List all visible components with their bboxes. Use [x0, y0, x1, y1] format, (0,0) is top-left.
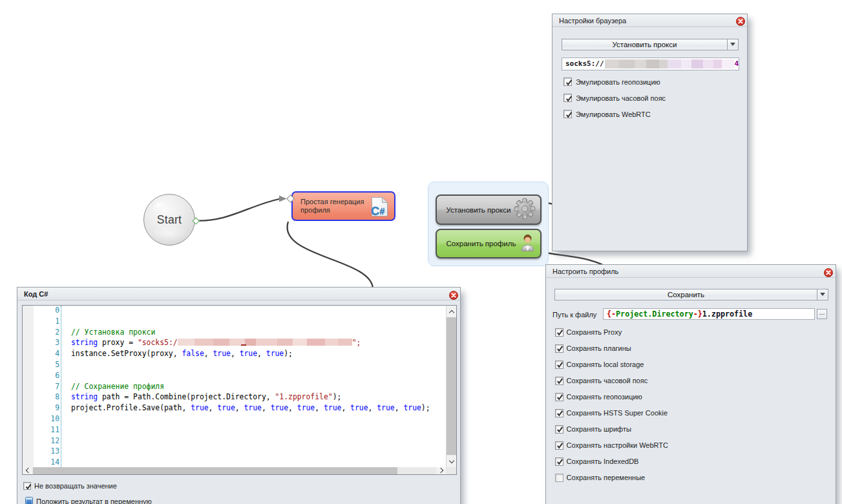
checkbox-checked[interactable]: [555, 328, 563, 337]
checkbox-checked[interactable]: [563, 94, 572, 102]
checkbox-row[interactable]: Сохранять плагины: [555, 344, 631, 353]
flow-button-save-profile-label: Сохранить профиль: [447, 240, 516, 247]
panel-code-titlebar[interactable]: Код C#: [17, 288, 460, 300]
checkbox-label: Сохранять геопозицию: [567, 393, 642, 401]
macro-name-text: Project.Directory: [616, 310, 693, 319]
code-line: 6: [23, 370, 446, 381]
panel-profile-titlebar[interactable]: Настроить профиль: [546, 265, 836, 278]
line-number: 13: [23, 446, 59, 457]
close-icon[interactable]: [449, 291, 458, 300]
checkbox-row[interactable]: Сохранять local storage: [555, 361, 644, 369]
line-number: 8: [23, 392, 59, 403]
code-line: 2// Установка прокси: [23, 327, 446, 338]
panel-code-editor: Код C# 012// Установка прокси3string pro…: [17, 287, 461, 504]
checkbox-checked[interactable]: [555, 409, 563, 417]
vertical-scroll-thumb[interactable]: [447, 317, 456, 455]
code-line: 9project.Profile.Save(path, true, true, …: [23, 403, 446, 414]
svg-text:C: C: [371, 205, 379, 217]
checkbox-checked[interactable]: [555, 393, 563, 401]
scroll-left-button[interactable]: [23, 467, 32, 475]
checkbox-row[interactable]: Сохранять шрифты: [555, 425, 631, 434]
save-profile-dropdown-button[interactable]: Сохранить: [554, 289, 828, 300]
checkbox-row[interactable]: Эмулировать WebRTC: [563, 110, 651, 118]
code-lines[interactable]: 012// Установка прокси3string proxy = "s…: [23, 305, 446, 467]
no-return-label: Не возвращать значение: [34, 482, 117, 490]
close-icon[interactable]: [736, 17, 745, 26]
line-number: 10: [23, 414, 59, 425]
csharp-file-icon: C #: [371, 196, 388, 220]
dropdown-arrow-icon[interactable]: [817, 289, 828, 300]
checkbox-row[interactable]: Сохранять часовой пояс: [555, 377, 648, 385]
checkbox-row[interactable]: Сохранять переменные: [555, 474, 646, 482]
code-editor[interactable]: 012// Установка прокси3string proxy = "s…: [22, 305, 457, 475]
checkbox-label: Сохранять переменные: [567, 474, 646, 481]
checkbox-checked[interactable]: [555, 361, 563, 369]
no-return-checkbox-row[interactable]: Не возвращать значение: [23, 482, 117, 490]
checkbox-checked[interactable]: [555, 377, 563, 385]
file-path-input[interactable]: {-Project.Directory-}1.zpprofile: [603, 308, 815, 320]
code-line: 3string proxy = "socks5:/";: [23, 337, 446, 348]
checkbox-unchecked[interactable]: [555, 474, 563, 482]
checkbox-row[interactable]: Сохранять HSTS Super Cookie: [555, 409, 668, 417]
line-number: 6: [23, 370, 59, 381]
start-node-label: Start: [157, 213, 182, 227]
checkbox-label: Сохранять Proxy: [567, 328, 622, 336]
checkbox-checked[interactable]: [555, 344, 563, 353]
set-proxy-dropdown-button[interactable]: Установить прокси: [562, 39, 739, 50]
result-variable-label: Положить результат в переменную: [36, 498, 152, 504]
line-number: 2: [23, 327, 59, 338]
checkbox-checked[interactable]: [23, 482, 31, 490]
scroll-up-button[interactable]: [447, 306, 456, 317]
variable-icon: [25, 497, 33, 504]
vertical-scrollbar[interactable]: [446, 306, 456, 467]
svg-text:#: #: [380, 205, 385, 216]
line-number: 5: [23, 359, 59, 370]
panel-code-title: Код C#: [24, 290, 48, 298]
checkbox-row[interactable]: Эмулировать геопозицию: [563, 78, 660, 86]
edge-block-to-code-panel: [287, 222, 373, 289]
flow-button-save-profile[interactable]: Сохранить профиль: [436, 229, 542, 258]
close-icon[interactable]: [824, 268, 833, 277]
horizontal-scroll-thumb[interactable]: [33, 467, 397, 475]
checkbox-row[interactable]: Сохранять настройки WebRTC: [555, 441, 668, 450]
result-variable-row[interactable]: Положить результат в переменную: [25, 497, 152, 504]
proxy-value-input[interactable]: socks5://4: [562, 58, 739, 70]
checkbox-row[interactable]: Эмулировать часовой пояс: [563, 94, 666, 102]
checkbox-label: Сохранять HSTS Super Cookie: [567, 409, 668, 417]
panel-profile-title: Настроить профиль: [553, 268, 618, 275]
checkbox-checked[interactable]: [563, 110, 572, 118]
start-node[interactable]: Start: [143, 194, 195, 246]
checkbox-label: Сохранять настройки WebRTC: [567, 441, 668, 449]
checkbox-checked[interactable]: [555, 425, 563, 434]
action-block-title: Простая генерация профиля: [300, 198, 375, 215]
set-proxy-button-label: Установить прокси: [562, 39, 727, 50]
line-number: 3: [23, 337, 59, 348]
flow-button-set-proxy[interactable]: Установить прокси: [436, 194, 542, 225]
panel-browser-titlebar[interactable]: Настройки браузера: [553, 14, 747, 27]
checkbox-checked[interactable]: [563, 78, 572, 86]
scroll-down-button[interactable]: [447, 456, 456, 467]
dropdown-arrow-icon[interactable]: [727, 39, 738, 50]
file-path-label: Путь к файлу: [553, 311, 596, 319]
checkbox-checked[interactable]: [555, 457, 563, 466]
checkbox-label: Эмулировать WebRTC: [576, 110, 651, 118]
code-line: 5: [23, 359, 446, 370]
scroll-right-button[interactable]: [436, 467, 446, 475]
gutter-separator: [61, 306, 61, 467]
macro-close-text: -}: [693, 310, 702, 319]
csharp-action-block[interactable]: Простая генерация профиля C #: [291, 191, 395, 221]
checkbox-row[interactable]: Сохранять Proxy: [555, 328, 622, 337]
redacted-code-value: [178, 339, 352, 346]
checkbox-label: Сохранять IndexedDB: [567, 457, 639, 465]
checkbox-label: Сохранять local storage: [567, 361, 644, 368]
checkbox-row[interactable]: Сохранять геопозицию: [555, 393, 642, 401]
checkbox-row[interactable]: Сохранять IndexedDB: [555, 457, 639, 466]
browse-button[interactable]: ...: [817, 309, 827, 319]
panel-browser-title: Настройки браузера: [559, 17, 626, 25]
panel-browser-settings: Настройки браузера Установить прокси soc…: [552, 14, 748, 251]
horizontal-scrollbar[interactable]: [23, 467, 446, 475]
line-number: 9: [23, 403, 59, 414]
checkbox-checked[interactable]: [555, 441, 563, 450]
action-group-box: Установить прокси: [428, 182, 549, 266]
checkbox-label: Сохранять шрифты: [567, 425, 631, 433]
